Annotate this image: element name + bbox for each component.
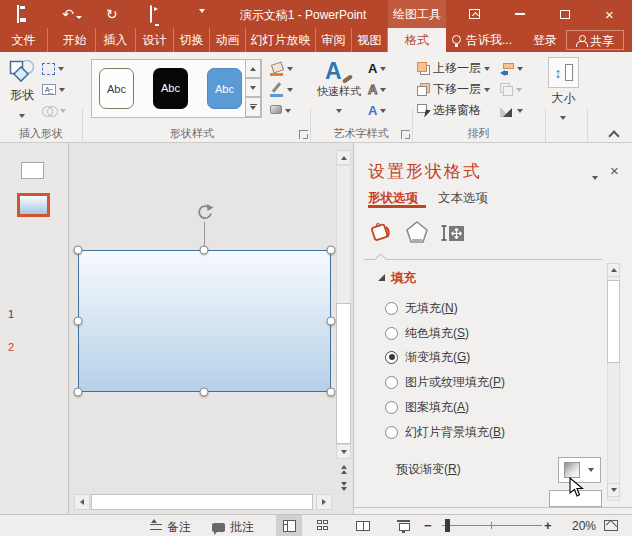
fill-option-no-fill[interactable]: 无填充(N) (385, 300, 458, 316)
undo-button[interactable]: ↶ (60, 5, 84, 23)
effects-category-button[interactable] (404, 220, 432, 248)
resize-handle-top-center[interactable] (200, 246, 209, 255)
pane-scroll-down-button[interactable] (607, 483, 620, 497)
collapse-ribbon-button[interactable] (608, 128, 618, 142)
size-button[interactable]: ↕ (548, 57, 579, 88)
reading-view-button[interactable] (350, 515, 376, 536)
send-backward-button[interactable]: 下移一层 (417, 80, 490, 99)
context-tools-header[interactable]: 绘图工具 (388, 0, 446, 28)
redo-button[interactable]: ↻ (106, 5, 118, 23)
close-window-button[interactable]: × (587, 0, 632, 28)
canvas-vertical-scroll-thumb[interactable] (336, 303, 351, 444)
slide-sorter-view-button[interactable] (310, 515, 336, 536)
resize-handle-middle-left[interactable] (74, 317, 83, 326)
fill-option-solid[interactable]: 纯色填充(S) (385, 325, 469, 341)
shape-fill-button[interactable] (270, 59, 293, 78)
notes-button[interactable] (150, 521, 162, 535)
pane-scroll-up-button[interactable] (607, 263, 620, 277)
size-properties-category-button[interactable] (440, 220, 468, 248)
tab-text-options[interactable]: 文本选项 (438, 190, 488, 207)
fill-option-slide-background[interactable]: 幻灯片背景填充(B) (385, 424, 505, 440)
quick-styles-button[interactable]: A 快速样式 (314, 56, 364, 124)
resize-handle-bottom-left[interactable] (74, 388, 83, 397)
save-button[interactable] (17, 5, 19, 23)
section-collapse-icon[interactable] (378, 274, 385, 281)
canvas-scroll-left-button[interactable] (74, 494, 90, 510)
ribbon-options-button[interactable] (452, 0, 497, 28)
previous-slide-button[interactable] (336, 462, 351, 476)
maximize-button[interactable] (542, 0, 587, 28)
shape-style-chip[interactable]: Abc (207, 68, 242, 109)
fill-section-header[interactable]: 填充 (391, 270, 416, 287)
shape-outline-button[interactable] (270, 80, 293, 99)
pane-options-dropdown[interactable] (592, 169, 598, 183)
share-button[interactable]: 共享 (566, 30, 624, 50)
slideshow-view-button[interactable] (390, 515, 416, 536)
zoom-level[interactable]: 20% (564, 519, 596, 533)
tab-format-active[interactable]: 格式 (388, 28, 446, 52)
text-effects-button[interactable]: A (368, 101, 386, 120)
selection-pane-button[interactable]: 选择窗格 (417, 101, 481, 120)
canvas-scroll-down-button[interactable] (336, 444, 351, 459)
text-box-button[interactable]: A (42, 80, 65, 99)
gallery-scroll-down-button[interactable] (245, 78, 261, 97)
tab-slideshow[interactable]: 幻灯片放映 (246, 28, 316, 52)
zoom-slider-handle[interactable] (445, 519, 450, 532)
tab-animations[interactable]: 动画 (210, 28, 246, 52)
bring-forward-button[interactable]: 上移一层 (417, 59, 490, 78)
fit-slide-to-window-button[interactable] (604, 520, 618, 534)
resize-handle-middle-right[interactable] (327, 317, 336, 326)
shape-style-chip[interactable]: Abc (99, 68, 134, 109)
merge-shapes-button[interactable] (42, 101, 66, 120)
tab-insert[interactable]: 插入 (96, 28, 136, 52)
rotation-handle[interactable] (195, 203, 214, 222)
start-slideshow-button[interactable] (150, 5, 152, 23)
tab-home[interactable]: 开始 (54, 28, 96, 52)
slide-2-thumbnail-selected[interactable] (17, 193, 50, 217)
resize-handle-top-left[interactable] (74, 246, 83, 255)
tab-design[interactable]: 设计 (136, 28, 174, 52)
canvas-horizontal-scroll-thumb[interactable] (91, 494, 313, 510)
rotate-button[interactable] (500, 101, 523, 120)
fill-line-category-button[interactable] (368, 220, 396, 248)
fill-option-pattern[interactable]: 图案填充(A) (385, 399, 469, 415)
pane-close-button[interactable]: × (610, 163, 619, 178)
resize-handle-bottom-right[interactable] (327, 388, 336, 397)
comments-label[interactable]: 批注 (230, 519, 254, 536)
shape-style-chip[interactable]: Abc (153, 68, 188, 109)
edit-shape-button[interactable] (42, 59, 64, 78)
resize-handle-top-right[interactable] (327, 246, 336, 255)
align-button[interactable] (500, 59, 523, 78)
tab-view[interactable]: 视图 (352, 28, 388, 52)
gallery-scroll-up-button[interactable] (245, 59, 261, 78)
shape-effects-button[interactable] (270, 101, 291, 120)
pane-scroll-thumb[interactable] (607, 280, 620, 363)
gradient-rectangle-shape[interactable] (78, 250, 331, 392)
shapes-gallery-button[interactable]: 形状 (3, 56, 41, 124)
tellme-box[interactable]: 告诉我... (452, 28, 512, 52)
notes-label[interactable]: 备注 (167, 519, 191, 536)
text-fill-button[interactable]: A (368, 59, 386, 78)
shape-styles-dialog-launcher[interactable] (299, 130, 308, 139)
normal-view-button[interactable] (276, 515, 302, 536)
resize-handle-bottom-center[interactable] (200, 388, 209, 397)
next-slide-button[interactable] (336, 479, 351, 493)
zoom-out-button[interactable]: − (424, 518, 432, 533)
signin-button[interactable]: 登录 (528, 28, 562, 52)
gallery-more-button[interactable] (245, 97, 261, 117)
zoom-in-button[interactable]: + (544, 518, 552, 533)
tab-transitions[interactable]: 切换 (174, 28, 210, 52)
fill-option-picture-texture[interactable]: 图片或纹理填充(P) (385, 374, 505, 390)
group-objects-button[interactable] (500, 80, 522, 99)
wordart-dialog-launcher[interactable] (401, 130, 410, 139)
minimize-button[interactable] (497, 0, 542, 28)
text-outline-button[interactable]: A (368, 80, 386, 99)
comments-button[interactable] (212, 521, 225, 535)
size-dropdown[interactable] (560, 109, 566, 123)
tab-file[interactable]: 文件 (0, 28, 48, 52)
zoom-slider-track[interactable] (442, 525, 542, 526)
canvas-scroll-up-button[interactable] (336, 150, 351, 165)
canvas-scroll-right-button[interactable] (316, 494, 332, 510)
tab-review[interactable]: 审阅 (316, 28, 352, 52)
fill-option-gradient-selected[interactable]: 渐变填充(G) (385, 349, 470, 365)
